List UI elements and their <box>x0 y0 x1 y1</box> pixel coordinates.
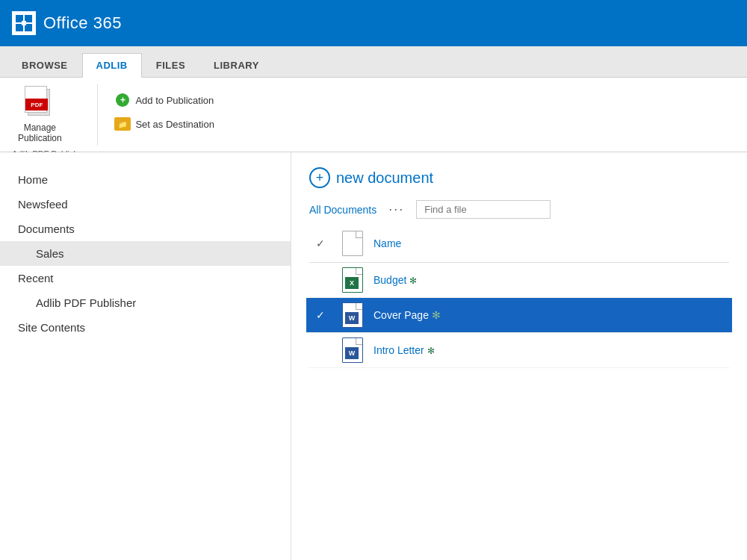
cover-page-check: ✓ <box>309 309 332 321</box>
app-title: Office 365 <box>43 13 122 33</box>
set-as-destination-label: Set as Destination <box>135 119 214 130</box>
intro-letter-asterisk: ✻ <box>427 346 435 356</box>
file-row-budget[interactable]: X Budget✻ <box>309 263 729 298</box>
sidebar-item-site-contents[interactable]: Site Contents <box>0 315 291 340</box>
logo-icon <box>12 11 36 35</box>
file-list-header: ✓ Name <box>309 228 729 263</box>
doc-toolbar: All Documents ··· <box>309 200 729 219</box>
ribbon-tabs: BROWSE ADLIB FILES LIBRARY <box>0 46 747 78</box>
budget-asterisk: ✻ <box>409 276 417 286</box>
tab-files[interactable]: FILES <box>142 53 199 77</box>
more-options-button[interactable]: ··· <box>388 202 404 217</box>
excel-file-icon: X <box>342 267 363 293</box>
tab-browse[interactable]: BROWSE <box>7 53 82 77</box>
budget-icon: X <box>339 267 366 293</box>
checkmark-icon: ✓ <box>316 237 325 249</box>
cover-page-link[interactable]: Cover Page <box>374 309 429 321</box>
ribbon-group-manage-pub: PDF ManagePublication Adlib PDF Publishe… <box>9 84 98 146</box>
office-logo: Office 365 <box>12 11 122 35</box>
header-name: Name <box>374 237 729 249</box>
cover-page-asterisk: ✻ <box>432 309 441 321</box>
sidebar: Home Newsfeed Documents Sales Recent Adl… <box>0 152 291 560</box>
file-list: ✓ Name X Budget✻ <box>309 228 729 368</box>
new-doc-plus-icon: + <box>309 167 330 188</box>
header-icon-col <box>339 231 366 256</box>
ribbon-content: PDF ManagePublication Adlib PDF Publishe… <box>0 78 747 152</box>
main-body: Home Newsfeed Documents Sales Recent Adl… <box>0 152 747 560</box>
new-document-button[interactable]: + new document <box>309 167 729 188</box>
app-header: Office 365 <box>0 0 747 46</box>
sidebar-item-home[interactable]: Home <box>0 167 291 192</box>
intro-letter-name: Intro Letter✻ <box>374 344 729 356</box>
manage-publication-label: ManagePublication <box>18 122 62 143</box>
add-to-publication-label: Add to Publication <box>135 95 214 106</box>
budget-link[interactable]: Budget <box>374 274 406 286</box>
intro-letter-link[interactable]: Intro Letter <box>374 344 424 356</box>
new-document-label: new document <box>336 169 433 187</box>
header-doc-icon <box>342 231 363 256</box>
file-row-cover-page[interactable]: ✓ W Cover Page✻ <box>306 298 732 333</box>
cover-page-name: Cover Page✻ <box>374 309 729 321</box>
sidebar-item-documents[interactable]: Documents <box>0 217 291 241</box>
sidebar-item-recent[interactable]: Recent <box>0 266 291 290</box>
manage-publication-button[interactable]: PDF ManagePublication <box>12 87 68 146</box>
sidebar-item-sales[interactable]: Sales <box>0 241 291 266</box>
add-to-publication-button[interactable]: + Add to Publication <box>110 90 219 111</box>
ribbon-group-actions: + Add to Publication 📁 Set as Destinatio… <box>98 84 240 146</box>
tab-library[interactable]: LIBRARY <box>199 53 273 77</box>
svg-rect-5 <box>22 21 26 25</box>
set-destination-icon: 📁 <box>114 116 131 132</box>
add-to-publication-icon: + <box>114 92 131 108</box>
find-file-input[interactable] <box>416 200 551 219</box>
budget-name: Budget✻ <box>374 274 729 286</box>
cover-page-checkmark-icon: ✓ <box>316 309 325 321</box>
name-column-label[interactable]: Name <box>374 237 401 249</box>
word-file-icon-cover: W <box>342 302 363 328</box>
header-check-col: ✓ <box>309 237 332 249</box>
manage-publication-icon: PDF <box>25 90 55 119</box>
intro-letter-icon: W <box>339 337 366 363</box>
sidebar-item-newsfeed[interactable]: Newsfeed <box>0 192 291 217</box>
ribbon-actions-container: + Add to Publication 📁 Set as Destinatio… <box>101 87 228 137</box>
cover-page-icon: W <box>339 302 366 328</box>
all-documents-button[interactable]: All Documents <box>309 204 376 216</box>
sidebar-item-adlib-pdf-publisher[interactable]: Adlib PDF Publisher <box>0 290 291 315</box>
file-row-intro-letter[interactable]: W Intro Letter✻ <box>309 333 729 368</box>
set-as-destination-button[interactable]: 📁 Set as Destination <box>110 113 219 134</box>
word-file-icon-intro: W <box>342 337 363 363</box>
tab-adlib[interactable]: ADLIB <box>82 53 142 78</box>
content-area: + new document All Documents ··· ✓ Name <box>291 152 747 560</box>
